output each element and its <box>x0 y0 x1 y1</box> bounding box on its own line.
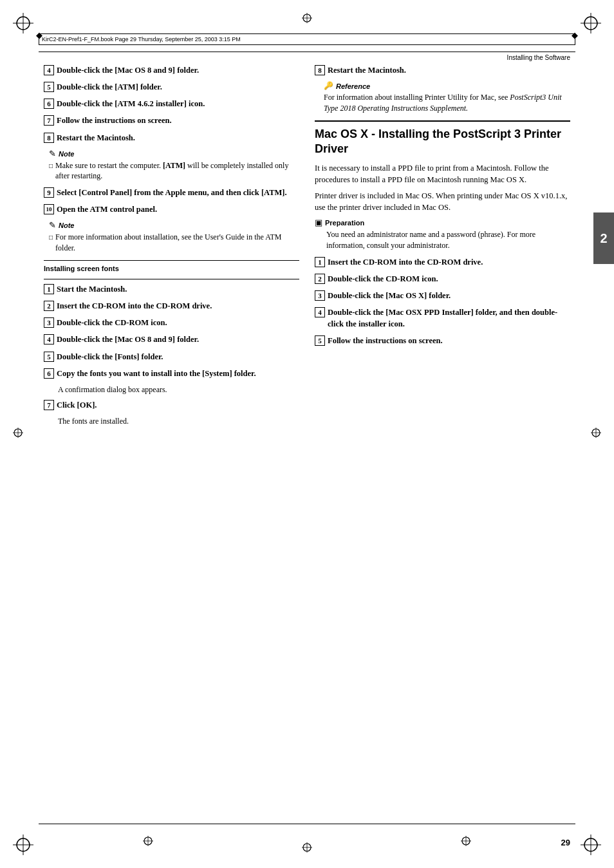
key-icon: 🔑 <box>324 81 333 91</box>
fonts-step-3: 3 Double-click the CD-ROM icon. <box>44 317 299 328</box>
right-col-step-text-3: Double-click the [Mac OS X] folder. <box>328 290 451 301</box>
page: KirC2-EN-Pref1-F_FM.book Page 29 Thursda… <box>0 0 614 868</box>
pencil-icon-1: ✎ <box>49 149 56 159</box>
fonts-step-num-6: 6 <box>44 368 54 379</box>
right-col-step-num-5: 5 <box>315 335 325 346</box>
step-left-6: 6 Double-click the [ATM 4.6.2 installer]… <box>44 98 299 109</box>
chapter-tab: 2 <box>593 212 614 264</box>
body-para-1: It is necessary to install a PPD file to… <box>315 162 570 185</box>
right-step-text-8: Restart the Macintosh. <box>328 64 406 76</box>
note-text-1: Make sure to restart the computer. [ATM]… <box>55 160 299 182</box>
corner-mark-tl <box>12 12 35 35</box>
step-text-6: Double-click the [ATM 4.6.2 installer] i… <box>57 98 205 109</box>
right-col-step-text-1: Insert the CD-ROM into the CD-ROM drive. <box>328 256 483 268</box>
step-num-10: 10 <box>44 204 54 214</box>
fonts-step-num-1: 1 <box>44 284 54 294</box>
prep-label: Preparation <box>325 219 364 227</box>
right-column: 8 Restart the Macintosh. 🔑 Reference For… <box>315 64 570 431</box>
step-left-7: 7 Follow the instructions on screen. <box>44 115 299 126</box>
ref-icon-row: 🔑 Reference <box>324 81 570 91</box>
body-para-2: Printer driver is included in Mac OS. Wh… <box>315 190 570 213</box>
note-label-2: Note <box>59 222 74 229</box>
right-col-step-2: 2 Double-click the CD-ROM icon. <box>315 273 570 285</box>
fonts-step-text-5: Double-click the [Fonts] folder. <box>57 351 163 363</box>
note-box-2: ✎ Note □ For more information about inst… <box>44 220 299 254</box>
right-step-num-8: 8 <box>315 65 325 75</box>
right-col-step-num-3: 3 <box>315 290 325 301</box>
right-col-step-num-1: 1 <box>315 257 325 267</box>
section-heading-macosx: Mac OS X - Installing the PostScript 3 P… <box>315 120 570 157</box>
fonts-step-text-4: Double-click the [Mac OS 8 and 9] folder… <box>57 334 199 345</box>
diamond-right-icon: ◆ <box>572 30 578 41</box>
prep-icon-row: ▣ Preparation <box>315 218 570 228</box>
fonts-step-num-4: 4 <box>44 334 54 344</box>
step-text-7: Follow the instructions on screen. <box>57 115 172 126</box>
note-icon-row-2: ✎ Note <box>49 220 299 231</box>
diamond-left-icon: ◆ <box>36 30 42 41</box>
prep-box: ▣ Preparation You need an administrator … <box>315 218 570 251</box>
file-info-text: KirC2-EN-Pref1-F_FM.book Page 29 Thursda… <box>42 36 241 42</box>
reference-box: 🔑 Reference For information about instal… <box>324 81 570 114</box>
chapter-number: 2 <box>600 231 607 246</box>
reg-top-center <box>301 12 313 27</box>
prep-icon: ▣ <box>315 218 322 228</box>
fonts-step-text-7: Click [OK]. <box>57 399 97 411</box>
right-col-step-num-2: 2 <box>315 274 325 284</box>
step-left-10: 10 Open the ATM control panel. <box>44 203 299 215</box>
note-box-1: ✎ Note □ Make sure to restart the comput… <box>44 149 299 182</box>
bottom-line <box>39 824 575 824</box>
step-num-7: 7 <box>44 115 54 126</box>
header-text: Installing the Software <box>507 54 570 61</box>
right-col-step-text-4: Double-click the [Mac OSX PPD Installer]… <box>328 307 570 330</box>
fonts-step-num-3: 3 <box>44 317 54 328</box>
step-left-5: 5 Double-click the [ATM] folder. <box>44 81 299 93</box>
right-col-step-3: 3 Double-click the [Mac OS X] folder. <box>315 290 570 301</box>
fonts-step-6-sub: A confirmation dialog box appears. <box>58 384 299 395</box>
page-number: 29 <box>561 838 570 847</box>
fonts-step-text-3: Double-click the CD-ROM icon. <box>57 317 167 328</box>
step-text-10: Open the ATM control panel. <box>57 203 157 215</box>
step-num-5: 5 <box>44 82 54 92</box>
step-text-4: Double-click the [Mac OS 8 and 9] folder… <box>57 64 199 76</box>
step-num-4: 4 <box>44 65 54 75</box>
step-text-9: Select [Control Panel] from the Apple me… <box>57 187 287 198</box>
checkbox-icon-2: □ <box>49 233 53 242</box>
step-text-5: Double-click the [ATM] folder. <box>57 81 162 93</box>
page-header-line <box>39 52 575 52</box>
step-left-8: 8 Restart the Macintosh. <box>44 132 299 144</box>
fonts-step-num-7: 7 <box>44 400 54 410</box>
section-divider <box>44 260 299 261</box>
ref-label: Reference <box>336 82 370 90</box>
fonts-step-text-1: Start the Macintosh. <box>57 283 127 295</box>
two-column-layout: 4 Double-click the [Mac OS 8 and 9] fold… <box>44 64 570 431</box>
fonts-step-2: 2 Insert the CD-ROM into the CD-ROM driv… <box>44 300 299 312</box>
right-col-step-text-2: Double-click the CD-ROM icon. <box>328 273 438 285</box>
fonts-step-6: 6 Copy the fonts you want to install int… <box>44 368 299 379</box>
reg-right-center <box>590 426 602 442</box>
main-content: 4 Double-click the [Mac OS 8 and 9] fold… <box>44 64 570 816</box>
corner-mark-bl <box>12 833 35 856</box>
bottom-reg-left <box>142 835 154 850</box>
right-col-step-5: 5 Follow the instructions on screen. <box>315 335 570 346</box>
right-col-step-1: 1 Insert the CD-ROM into the CD-ROM driv… <box>315 256 570 268</box>
fonts-step-7: 7 Click [OK]. <box>44 399 299 411</box>
right-col-step-num-4: 4 <box>315 307 325 317</box>
note-item-1: □ Make sure to restart the computer. [AT… <box>49 160 299 182</box>
fonts-step-1: 1 Start the Macintosh. <box>44 283 299 295</box>
checkbox-icon-1: □ <box>49 162 53 171</box>
section-divider-2 <box>44 279 299 279</box>
right-col-step-4: 4 Double-click the [Mac OSX PPD Installe… <box>315 307 570 330</box>
note-label-1: Note <box>59 150 74 158</box>
step-num-9: 9 <box>44 187 54 198</box>
reg-bottom-center <box>301 841 313 856</box>
fonts-step-num-5: 5 <box>44 352 54 362</box>
reg-left-center <box>12 426 24 442</box>
note-item-2: □ For more information about installatio… <box>49 232 299 254</box>
fonts-step-7-sub: The fonts are installed. <box>58 416 299 427</box>
prep-text: You need an administrator name and a pas… <box>315 229 570 251</box>
ref-text: For information about installing Printer… <box>324 92 570 114</box>
pencil-icon-2: ✎ <box>49 220 56 231</box>
right-col-step-text-5: Follow the instructions on screen. <box>328 335 443 346</box>
bottom-reg-right <box>460 835 472 850</box>
fonts-step-text-2: Insert the CD-ROM into the CD-ROM drive. <box>57 300 212 312</box>
